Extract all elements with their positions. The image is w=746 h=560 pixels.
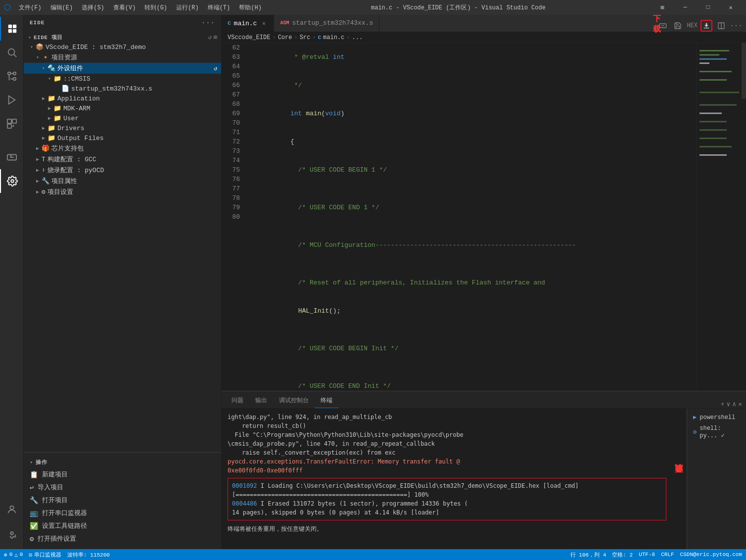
save-icon[interactable] bbox=[672, 20, 684, 32]
tree-props[interactable]: ▶ 🔧 项目属性 bbox=[24, 176, 221, 187]
sidebar-tree: ▾ EIDE 项目 ↺ ⊞ ▾ 📦 VScode_EIDE : stm32h7_… bbox=[24, 31, 221, 452]
split-terminal-icon[interactable]: ∨ bbox=[727, 400, 731, 408]
status-baud[interactable]: 波特率: 115200 bbox=[67, 551, 110, 559]
tree-startup-file[interactable]: ▾ 📄 startup_stm32h743xx.s bbox=[24, 84, 221, 93]
activity-remote-icon[interactable] bbox=[0, 145, 24, 169]
tree-build[interactable]: ▶ T 构建配置 : GCC bbox=[24, 154, 221, 165]
add-terminal-icon[interactable]: + bbox=[721, 401, 725, 408]
close-btn[interactable]: ✕ bbox=[719, 0, 742, 15]
tree-peripheral[interactable]: ▾ 🔩 外设组件 ↺ bbox=[24, 63, 221, 74]
breadcrumb-vscode[interactable]: VSccode_EIDE bbox=[228, 34, 270, 41]
status-serial[interactable]: ⊡ 串口监视器 bbox=[29, 551, 61, 559]
vscode-logo-icon: ⬡ bbox=[4, 2, 11, 12]
status-account[interactable]: CSDN@eric.pytoq.com bbox=[680, 552, 742, 558]
tab-startup-s[interactable]: ASM startup_stm32h743xx.s bbox=[274, 15, 379, 32]
activity-source-control-icon[interactable] bbox=[0, 64, 24, 88]
ops-open-project[interactable]: 🔧 打开项目 bbox=[24, 494, 221, 507]
menu-edit[interactable]: 编辑(E) bbox=[47, 2, 77, 13]
ops-import-label: 导入项目 bbox=[38, 483, 63, 492]
tree-chip[interactable]: ▶ 🎁 芯片支持包 bbox=[24, 143, 221, 154]
activity-extensions-icon[interactable] bbox=[0, 112, 24, 136]
chevron-right-icon: ▶ bbox=[46, 105, 53, 111]
tree-project-settings[interactable]: ▶ ⚙ 项目设置 bbox=[24, 187, 221, 197]
flash-label: 烧录配置 : pyOCD bbox=[47, 166, 104, 175]
menu-goto[interactable]: 转到(G) bbox=[140, 2, 171, 13]
minimap bbox=[697, 43, 746, 391]
tab-terminal[interactable]: 终端 bbox=[315, 393, 338, 408]
tree-project-root[interactable]: ▾ 📦 VScode_EIDE : stm32h7_demo bbox=[24, 42, 221, 52]
toolchain-icon: ✅ bbox=[30, 522, 38, 530]
status-eol[interactable]: CRLF bbox=[661, 552, 674, 558]
breadcrumb-mainc[interactable]: main.c bbox=[323, 34, 344, 41]
ops-plugin-settings[interactable]: ⚙ 打开插件设置 bbox=[24, 532, 221, 545]
tab-problems[interactable]: 问题 bbox=[226, 393, 249, 408]
breadcrumb-core[interactable]: Core bbox=[278, 34, 292, 41]
more-actions-icon[interactable]: ··· bbox=[730, 20, 742, 32]
activity-eide-icon[interactable] bbox=[0, 17, 24, 41]
hex-label: HEX bbox=[687, 22, 698, 29]
breadcrumb-src[interactable]: Src bbox=[300, 34, 311, 41]
menu-terminal[interactable]: 终端(T) bbox=[204, 2, 234, 13]
status-position[interactable]: 行 106，列 4 bbox=[570, 551, 606, 559]
tab-debug-console[interactable]: 调试控制台 bbox=[273, 393, 315, 408]
tree-application[interactable]: ▶ 📁 Application bbox=[24, 93, 221, 103]
tree-project-header[interactable]: ▾ EIDE 项目 ↺ ⊞ bbox=[24, 33, 221, 42]
tab-output[interactable]: 输出 bbox=[249, 393, 273, 408]
add-project-icon[interactable]: ⊞ bbox=[214, 34, 217, 41]
open-project-icon: 🔧 bbox=[30, 496, 38, 505]
tab-close-main-c[interactable]: ✕ bbox=[260, 19, 268, 27]
tree-cmsis[interactable]: ▾ 📁 ::CMSIS bbox=[24, 74, 221, 84]
ops-new-project[interactable]: 📋 新建项目 bbox=[24, 468, 221, 481]
activity-manage-icon[interactable] bbox=[0, 521, 24, 545]
tree-resources[interactable]: ▾ 🔸 项目资源 bbox=[24, 52, 221, 63]
activity-search-icon[interactable] bbox=[0, 41, 24, 64]
plugin-settings-icon: ⚙ bbox=[30, 535, 34, 543]
activity-run-debug-icon[interactable] bbox=[0, 88, 24, 112]
ops-serial-monitor[interactable]: 📺 打开串口监视器 bbox=[24, 507, 221, 519]
maximize-panel-icon[interactable]: ∧ bbox=[732, 400, 736, 408]
peripheral-label: 外设组件 bbox=[57, 64, 83, 73]
download-button[interactable] bbox=[700, 20, 712, 32]
menu-run[interactable]: 运行(R) bbox=[172, 2, 203, 13]
menu-select[interactable]: 选择(S) bbox=[78, 2, 108, 13]
tree-flash[interactable]: ▶ ⬇ 烧录配置 : pyOCD bbox=[24, 165, 221, 176]
maximize-btn[interactable]: □ bbox=[697, 0, 719, 15]
close-panel-icon[interactable]: ✕ bbox=[738, 400, 742, 408]
tab-bar: C main.c ✕ ASM startup_stm32h743xx.s 下载 … bbox=[222, 15, 746, 32]
code-content[interactable]: * @retval int */ int main(void) { /* USE… bbox=[244, 43, 697, 391]
breadcrumb-ellipsis[interactable]: ... bbox=[352, 34, 363, 41]
chevron-down-icon: ▾ bbox=[26, 35, 34, 41]
tree-output[interactable]: ▶ 📁 Output Files bbox=[24, 133, 221, 143]
svg-rect-34 bbox=[699, 138, 727, 139]
window-controls: ⊞ ─ □ ✕ bbox=[651, 0, 742, 15]
sidebar-more-icon[interactable]: ··· bbox=[201, 19, 215, 27]
position-label: 行 106，列 4 bbox=[570, 551, 606, 559]
menu-view[interactable]: 查看(V) bbox=[109, 2, 140, 13]
tab-main-c[interactable]: C main.c ✕ bbox=[222, 15, 274, 32]
ops-toolchain[interactable]: ✅ 设置工具链路径 bbox=[24, 519, 221, 532]
minimize-btn[interactable]: ─ bbox=[674, 0, 697, 15]
ops-import-project[interactable]: ↩ 导入项目 bbox=[24, 481, 221, 494]
status-errors[interactable]: ⊗ 0 △ 0 bbox=[4, 552, 23, 558]
terminal-main[interactable]: ight\dap.py", line 924, in read_ap_multi… bbox=[222, 409, 672, 549]
status-encoding[interactable]: UTF-8 bbox=[639, 552, 655, 558]
activity-settings-icon[interactable] bbox=[0, 169, 24, 193]
refresh-icon[interactable]: ↺ bbox=[208, 34, 212, 41]
code-line-70: /* MCU Configuration--------------------… bbox=[252, 231, 697, 259]
code-line-73: HAL_Init(); bbox=[252, 297, 697, 325]
shell-powershell[interactable]: ▶ powershell bbox=[691, 413, 742, 422]
activity-account-icon[interactable] bbox=[0, 498, 24, 521]
panel-tabs: 问题 输出 调试控制台 终端 + ∨ ∧ ✕ bbox=[222, 391, 746, 409]
success-line-4: 14 pages), skipped 0 bytes (0 pages) at … bbox=[232, 508, 662, 517]
chevron-right-icon: ▶ bbox=[40, 125, 47, 131]
menu-help[interactable]: 帮助(H) bbox=[235, 2, 266, 13]
tree-drivers[interactable]: ▶ 📁 Drivers bbox=[24, 123, 221, 133]
tree-user[interactable]: ▶ 📁 User bbox=[24, 113, 221, 123]
layout-btn[interactable]: ⊞ bbox=[651, 0, 674, 15]
split-editor-icon[interactable] bbox=[715, 20, 727, 32]
status-spaces[interactable]: 空格: 2 bbox=[612, 551, 633, 559]
terminal-panel: 问题 输出 调试控制台 终端 + ∨ ∧ ✕ ight\dap.py", lin… bbox=[222, 391, 746, 549]
menu-file[interactable]: 文件(F) bbox=[15, 2, 46, 13]
tree-mdk-arm[interactable]: ▶ 📁 MDK-ARM bbox=[24, 103, 221, 113]
shell-py[interactable]: ⚙ shell: py... ✓ bbox=[691, 424, 742, 440]
